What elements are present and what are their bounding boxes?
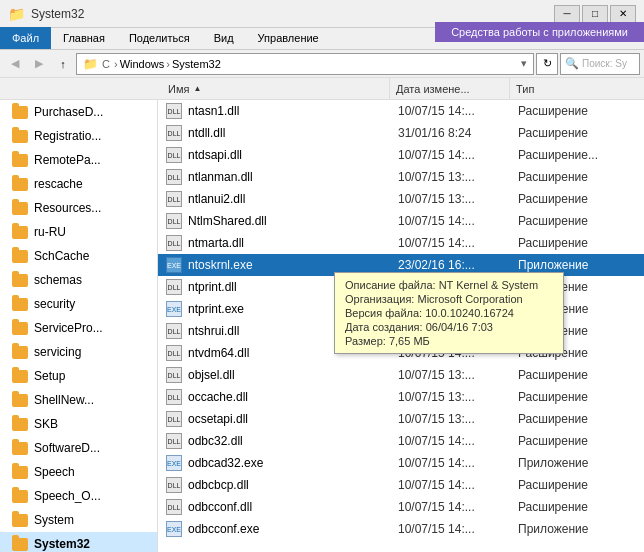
up-button[interactable]: ↑ (52, 53, 74, 75)
sidebar-item-skb[interactable]: SKB (0, 412, 157, 436)
sidebar-item-ruru[interactable]: ru-RU (0, 220, 157, 244)
file-name: ntdsapi.dll (188, 148, 398, 162)
file-icon-dll: DLL (166, 323, 182, 339)
minimize-button[interactable]: ─ (554, 5, 580, 23)
file-icon-dll: DLL (166, 235, 182, 251)
sidebar-item-purchased[interactable]: PurchaseD... (0, 100, 157, 124)
table-row[interactable]: DLL ntmarta.dll 10/07/15 14:... Расширен… (158, 232, 644, 254)
table-row[interactable]: DLL odbc32.dll 10/07/15 14:... Расширени… (158, 430, 644, 452)
file-date: 10/07/15 14:... (398, 434, 518, 448)
sidebar-item-system32[interactable]: System32 (0, 532, 157, 552)
file-type: Расширение... (518, 148, 598, 162)
table-row[interactable]: DLL ntlanman.dll 10/07/15 13:... Расшире… (158, 166, 644, 188)
table-row[interactable]: DLL ocsetapi.dll 10/07/15 13:... Расшире… (158, 408, 644, 430)
file-date: 10/07/15 14:... (398, 500, 518, 514)
file-name: odbcconf.exe (188, 522, 398, 536)
file-icon-exe: EXE (166, 455, 182, 471)
tab-home[interactable]: Главная (51, 27, 117, 49)
tab-share[interactable]: Поделиться (117, 27, 202, 49)
file-date: 23/02/16 16:... (398, 258, 518, 272)
sidebar-item-servicing[interactable]: servicing (0, 340, 157, 364)
file-icon-dll: DLL (166, 191, 182, 207)
address-arrow-2: › (166, 58, 170, 70)
main-content: PurchaseD... Registratio... RemotePa... … (0, 100, 644, 552)
sidebar-item-speech[interactable]: Speech (0, 460, 157, 484)
address-dropdown-icon[interactable]: ▾ (521, 57, 527, 70)
table-row[interactable]: DLL NtlmShared.dll 10/07/15 14:... Расши… (158, 210, 644, 232)
file-type: Расширение (518, 126, 588, 140)
sidebar: PurchaseD... Registratio... RemotePa... … (0, 100, 158, 552)
column-headers: Имя ▲ Дата измене... Тип (0, 78, 644, 100)
sidebar-item-resources[interactable]: Resources... (0, 196, 157, 220)
table-row[interactable]: DLL odbcbcp.dll 10/07/15 14:... Расширен… (158, 474, 644, 496)
col-date-header[interactable]: Дата измене... (390, 78, 510, 99)
file-type: Расширение (518, 170, 588, 184)
file-name: odbcconf.dll (188, 500, 398, 514)
table-row[interactable]: EXE odbcad32.exe 10/07/15 14:... Приложе… (158, 452, 644, 474)
address-sep-1: C (102, 58, 110, 70)
refresh-button[interactable]: ↻ (536, 53, 558, 75)
tab-view[interactable]: Вид (202, 27, 246, 49)
file-type: Расширение (518, 192, 588, 206)
file-date: 31/01/16 8:24 (398, 126, 518, 140)
address-bar[interactable]: 📁 C › Windows › System32 ▾ (76, 53, 534, 75)
file-type: Расширение (518, 434, 588, 448)
file-name: odbcbcp.dll (188, 478, 398, 492)
tab-file[interactable]: Файл (0, 27, 51, 49)
sidebar-item-system[interactable]: System (0, 508, 157, 532)
file-date: 10/07/15 13:... (398, 390, 518, 404)
table-row[interactable]: DLL odbcconf.dll 10/07/15 14:... Расшире… (158, 496, 644, 518)
close-button[interactable]: ✕ (610, 5, 636, 23)
file-icon-dll: DLL (166, 477, 182, 493)
forward-button[interactable]: ▶ (28, 53, 50, 75)
file-date: 10/07/15 13:... (398, 170, 518, 184)
sidebar-item-servicepro[interactable]: ServicePro... (0, 316, 157, 340)
tab-manage[interactable]: Управление (246, 27, 331, 49)
table-row[interactable]: DLL ntdll.dll 31/01/16 8:24 Расширение (158, 122, 644, 144)
tooltip-description: Описание файла: NT Kernel & System (345, 279, 553, 291)
file-date: 10/07/15 14:... (398, 478, 518, 492)
sidebar-item-security[interactable]: security (0, 292, 157, 316)
sidebar-item-rescache[interactable]: rescache (0, 172, 157, 196)
table-row[interactable]: DLL ntlanui2.dll 10/07/15 13:... Расшире… (158, 188, 644, 210)
file-type: Расширение (518, 478, 588, 492)
sidebar-item-schcache[interactable]: SchCache (0, 244, 157, 268)
file-icon-dll: DLL (166, 213, 182, 229)
sidebar-item-shellnew[interactable]: ShellNew... (0, 388, 157, 412)
table-row[interactable]: DLL ntdsapi.dll 10/07/15 14:... Расширен… (158, 144, 644, 166)
tooltip-created: Дата создания: 06/04/16 7:03 (345, 321, 553, 333)
col-type-header[interactable]: Тип (510, 78, 534, 99)
table-row[interactable]: EXE odbcconf.exe 10/07/15 14:... Приложе… (158, 518, 644, 540)
sidebar-item-registration[interactable]: Registratio... (0, 124, 157, 148)
table-row[interactable]: DLL ntasn1.dll 10/07/15 14:... Расширени… (158, 100, 644, 122)
file-name: ntlanman.dll (188, 170, 398, 184)
file-name: ntmarta.dll (188, 236, 398, 250)
table-row[interactable]: DLL occache.dll 10/07/15 13:... Расширен… (158, 386, 644, 408)
back-button[interactable]: ◀ (4, 53, 26, 75)
tooltip-org: Организация: Microsoft Corporation (345, 293, 553, 305)
sidebar-item-softwared[interactable]: SoftwareD... (0, 436, 157, 460)
sidebar-item-remotepa[interactable]: RemotePa... (0, 148, 157, 172)
sidebar-item-schemas[interactable]: schemas (0, 268, 157, 292)
file-date: 10/07/15 14:... (398, 522, 518, 536)
address-windows: Windows (120, 58, 165, 70)
file-name: odbc32.dll (188, 434, 398, 448)
table-row[interactable]: DLL objsel.dll 10/07/15 13:... Расширени… (158, 364, 644, 386)
sidebar-item-speech-o[interactable]: Speech_O... (0, 484, 157, 508)
file-icon-exe: EXE (166, 521, 182, 537)
sidebar-item-setup[interactable]: Setup (0, 364, 157, 388)
search-box[interactable]: 🔍 Поиск: Sy (560, 53, 640, 75)
file-type: Приложение (518, 456, 588, 470)
file-tooltip: Описание файла: NT Kernel & System Орган… (334, 272, 564, 354)
ribbon-tabs-row: Файл Главная Поделиться Вид Управление С… (0, 28, 644, 50)
file-name: NtlmShared.dll (188, 214, 398, 228)
file-icon-dll: DLL (166, 367, 182, 383)
col-name-header[interactable]: Имя ▲ (160, 78, 390, 99)
toolbar: ◀ ▶ ↑ 📁 C › Windows › System32 ▾ ↻ 🔍 Пои… (0, 50, 644, 78)
file-icon-exe: EXE (166, 257, 182, 273)
file-type: Расширение (518, 236, 588, 250)
file-date: 10/07/15 14:... (398, 104, 518, 118)
file-icon-dll: DLL (166, 125, 182, 141)
maximize-button[interactable]: □ (582, 5, 608, 23)
sort-icon: ▲ (193, 84, 201, 93)
